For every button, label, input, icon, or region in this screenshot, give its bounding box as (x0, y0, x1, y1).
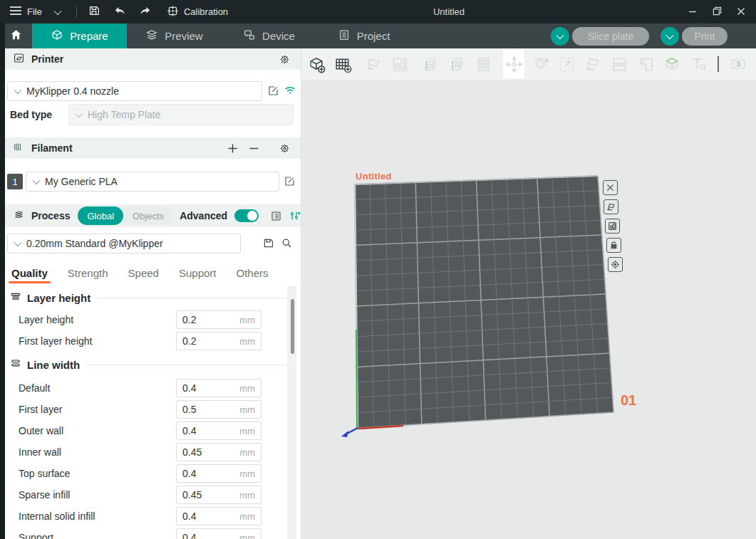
lock-plate-button[interactable] (606, 238, 621, 253)
process-preset-combo[interactable]: 0.20mm Standard @MyKlipper (7, 234, 241, 253)
tab-others[interactable]: Others (237, 267, 269, 283)
tab-prepare[interactable]: Prepare (32, 23, 127, 48)
line-width-internal-solid-input[interactable]: 0.4 mm (176, 507, 262, 525)
save-button[interactable] (81, 0, 107, 23)
print-options-button[interactable] (661, 27, 679, 46)
remove-filament-minus-icon[interactable] (249, 143, 259, 154)
param-label: Internal solid infill (19, 507, 95, 525)
plate-settings-button[interactable] (608, 257, 623, 272)
scope-objects-button[interactable]: Objects (123, 206, 173, 225)
line-width-top-surface-input[interactable]: 0.4 mm (176, 464, 262, 483)
chevron-down-icon (75, 110, 83, 117)
viewport-toolbar (301, 48, 756, 80)
file-menu-dropdown[interactable] (49, 0, 72, 23)
restore-button[interactable] (705, 0, 729, 23)
bed-type-combo[interactable]: High Temp Plate (68, 104, 294, 125)
sidebar-scrollbar[interactable] (287, 286, 296, 539)
scrollbar-thumb[interactable] (291, 299, 294, 354)
plate-name-label: Untitled (356, 171, 392, 182)
filament-slot-badge[interactable]: 1 (7, 174, 23, 189)
printer-preset-combo[interactable]: MyKlipper 0.4 nozzle (7, 81, 262, 101)
scope-global-button[interactable]: Global (78, 206, 123, 225)
first-layer-height-input[interactable]: 0.2 mm (176, 332, 262, 350)
printer-wifi-icon[interactable] (284, 84, 296, 95)
line-width-inner-wall-input[interactable]: 0.45 mm (176, 443, 262, 461)
layer-height-input[interactable]: 0.2 mm (176, 310, 262, 329)
scale-button[interactable] (556, 52, 577, 76)
param-unit: mm (239, 511, 255, 522)
print-split-button: Print (661, 27, 727, 46)
undo-button[interactable] (107, 0, 133, 23)
place-on-face-button[interactable] (582, 52, 604, 76)
calibration-button[interactable]: Calibration (158, 0, 237, 23)
line-width-first-layer-input[interactable]: 0.5 mm (176, 400, 262, 419)
param-label: First layer (19, 400, 62, 419)
search-icon[interactable] (281, 237, 293, 249)
tab-speed[interactable]: Speed (128, 267, 159, 283)
filament-preset-combo[interactable]: My Generic PLA (26, 172, 279, 192)
param-unit: mm (239, 383, 255, 394)
filament-edit-icon[interactable] (284, 175, 296, 187)
advanced-label: Advanced (180, 210, 227, 221)
arrange-plate-button[interactable] (605, 219, 620, 234)
param-value: 0.2 (182, 335, 239, 347)
add-filament-plus-icon[interactable] (227, 143, 238, 154)
printer-settings-gear-icon[interactable] (279, 53, 291, 66)
tab-preview[interactable]: Preview (127, 23, 222, 48)
tab-project[interactable]: Project (316, 23, 411, 48)
param-label: Layer height (19, 310, 73, 329)
fill-color-button[interactable] (635, 52, 656, 76)
tab-device[interactable]: Device (222, 23, 316, 48)
hamburger-icon (9, 6, 22, 19)
line-width-sparse-infill-input[interactable]: 0.45 mm (176, 486, 262, 504)
arrange-button[interactable] (389, 52, 410, 76)
text-shape-button[interactable] (688, 52, 709, 76)
variable-layer-height-button[interactable] (472, 52, 494, 76)
cut-button[interactable] (609, 52, 630, 76)
line-width-default-input[interactable]: 0.4 mm (176, 379, 262, 397)
orient-plate-button[interactable] (604, 199, 618, 214)
advanced-toggle[interactable] (234, 209, 259, 222)
move-button[interactable] (503, 50, 524, 78)
add-plate-button[interactable] (332, 52, 353, 76)
save-preset-icon[interactable] (262, 237, 274, 249)
tab-support[interactable]: Support (179, 267, 217, 283)
printer-icon (13, 52, 25, 67)
line-width-icon (10, 357, 21, 372)
section-rule (86, 365, 294, 365)
line-width-support-input[interactable]: 0.4 mm (176, 528, 262, 539)
save-icon (88, 4, 100, 20)
close-icon (606, 184, 614, 192)
printer-edit-icon[interactable] (267, 85, 279, 97)
parameter-list-icon[interactable] (270, 210, 282, 222)
file-menu-button[interactable]: File (0, 0, 49, 23)
param-value: 0.4 (182, 425, 239, 436)
minimize-button[interactable] (680, 0, 705, 23)
build-plate-canvas[interactable] (301, 48, 756, 539)
paint-support-button[interactable] (661, 52, 683, 76)
param-value: 0.4 (182, 382, 239, 394)
z-axis-arrow (341, 428, 358, 437)
param-value: 0.4 (182, 532, 239, 539)
tab-strength[interactable]: Strength (68, 267, 108, 283)
add-object-button[interactable] (306, 52, 327, 76)
filament-preset-value: My Generic PLA (45, 176, 118, 187)
close-button[interactable] (729, 0, 753, 23)
copy-button[interactable] (420, 52, 441, 76)
tune-params-icon[interactable] (289, 210, 301, 221)
rotate-button[interactable] (529, 52, 551, 76)
filament-section-header: Filament (5, 137, 301, 159)
auto-orient-button[interactable] (363, 52, 384, 76)
redo-button[interactable] (133, 0, 158, 23)
line-width-outer-wall-input[interactable]: 0.4 mm (176, 422, 262, 440)
paste-button[interactable] (446, 52, 467, 76)
delete-plate-button[interactable] (603, 180, 618, 195)
tab-quality[interactable]: Quality (11, 267, 48, 283)
viewport-3d[interactable]: Untitled 01 (301, 48, 756, 539)
line-width-section-title: Line width (27, 359, 80, 371)
slice-plate-button[interactable]: Slice plate (572, 27, 649, 46)
filament-settings-gear-icon[interactable] (279, 142, 291, 155)
assembly-view-button[interactable] (727, 52, 749, 76)
print-button[interactable]: Print (682, 27, 727, 46)
slice-options-button[interactable] (551, 27, 569, 46)
